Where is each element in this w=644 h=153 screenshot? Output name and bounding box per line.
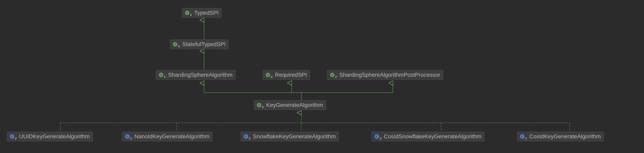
type-decorator-icon: [525, 137, 528, 140]
type-decorator-icon: [335, 75, 338, 78]
type-decorator-icon: [164, 75, 166, 78]
node-label: ShardingSphereAlgorithm: [168, 71, 232, 78]
interface-icon: [173, 42, 177, 47]
node-cosidsnowflakekeygen[interactable]: CosIdSnowflakeKeyGenerateAlgorithm: [372, 132, 484, 141]
interface-icon: [185, 11, 190, 15]
node-label: UUIDKeyGenerateAlgorithm: [19, 133, 90, 140]
type-decorator-icon: [190, 14, 193, 16]
node-typedspi[interactable]: TypedSPI: [182, 8, 222, 18]
node-label: CosIdSnowflakeKeyGenerateAlgorithm: [384, 133, 482, 140]
type-decorator-icon: [178, 45, 180, 48]
node-label: CosIdKeyGenerateAlgorithm: [529, 133, 601, 140]
node-label: NanoIdKeyGenerateAlgorithm: [134, 133, 210, 140]
node-statefultypedspi[interactable]: StatefulTypedSPI: [170, 40, 228, 49]
type-decorator-icon: [130, 137, 133, 140]
type-decorator-icon: [262, 106, 264, 108]
node-label: StatefulTypedSPI: [182, 41, 226, 48]
node-label: KeyGenerateAlgorithm: [266, 102, 323, 108]
class-icon: [244, 134, 248, 139]
class-icon: [125, 134, 130, 139]
class-icon: [520, 134, 524, 139]
interface-icon: [159, 73, 163, 77]
type-decorator-icon: [270, 75, 274, 78]
class-icon: [375, 134, 379, 139]
node-keygeneratealgorithm[interactable]: KeyGenerateAlgorithm: [254, 100, 326, 110]
node-label: SnowflakeKeyGenerateAlgorithm: [253, 133, 336, 140]
node-nanoidkeygen[interactable]: NanoIdKeyGenerateAlgorithm: [122, 132, 212, 141]
node-requiredspi[interactable]: RequiredSPI: [263, 70, 310, 80]
interface-icon: [330, 73, 334, 77]
node-shardingspherealgorithm[interactable]: ShardingSphereAlgorithm: [156, 70, 236, 80]
node-label: ShardingSphereAlgorithmPostProcessor: [339, 71, 440, 78]
node-postprocessor[interactable]: ShardingSphereAlgorithmPostProcessor: [327, 70, 443, 80]
node-label: TypedSPI: [194, 10, 218, 16]
node-uuidkeygen[interactable]: UUIDKeyGenerateAlgorithm: [7, 132, 93, 141]
interface-icon: [257, 103, 261, 107]
class-icon: [10, 134, 14, 139]
type-decorator-icon: [380, 137, 382, 140]
edges-layer: [0, 0, 644, 153]
node-label: RequiredSPI: [275, 71, 307, 78]
node-snowflakekeygen[interactable]: SnowflakeKeyGenerateAlgorithm: [241, 132, 339, 141]
type-decorator-icon: [248, 137, 251, 140]
interface-icon: [266, 73, 270, 77]
type-decorator-icon: [15, 137, 18, 140]
class-hierarchy-diagram: TypedSPI StatefulTypedSPI ShardingSphere…: [0, 0, 644, 153]
node-cosidkeygen[interactable]: CosIdKeyGenerateAlgorithm: [517, 132, 604, 141]
